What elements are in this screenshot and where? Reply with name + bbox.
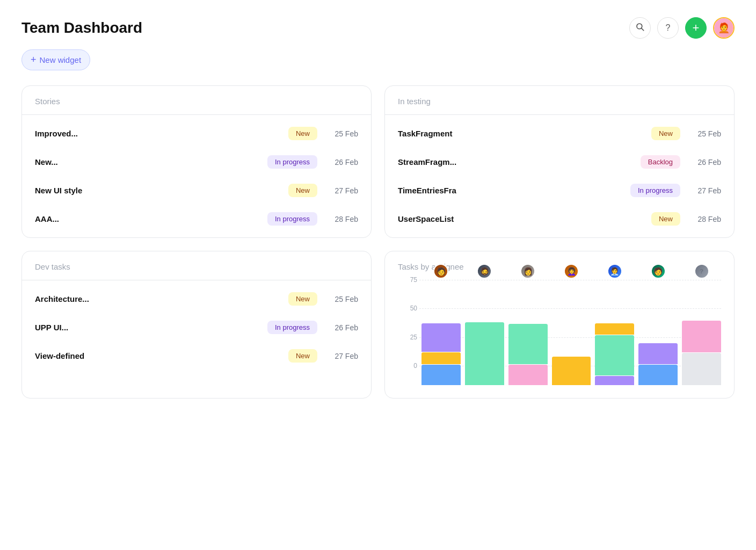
task-name: Architecture... — [35, 294, 280, 303]
chart-bar-avatar: 👩 — [520, 264, 535, 279]
table-row[interactable]: View-definedNew27 Feb — [22, 342, 371, 370]
chart-bar-segment — [595, 376, 634, 385]
chart-bar-stack — [508, 324, 548, 385]
stories-card: Stories Improved...New25 FebNew...In pro… — [21, 85, 372, 238]
help-button[interactable]: ? — [657, 17, 679, 39]
chart-area: 7550250🧑🧔👩👩‍🦱🧑‍💼🧑? — [398, 280, 721, 387]
chart-bar-avatar: 🧔 — [477, 264, 492, 279]
chart-bar-segment — [638, 343, 678, 364]
table-row[interactable]: UserSpaceListNew28 Feb — [385, 205, 734, 233]
task-date: 27 Feb — [326, 352, 358, 360]
dev-tasks-card-header: Dev tasks — [22, 251, 371, 280]
new-widget-button[interactable]: + New widget — [21, 49, 90, 70]
chart-bar-segment — [682, 321, 721, 353]
table-row[interactable]: Improved...New25 Feb — [22, 119, 371, 148]
task-date: 26 Feb — [326, 323, 358, 332]
new-widget-label: New widget — [40, 55, 82, 64]
table-row[interactable]: TimeEntriesFraIn progress27 Feb — [385, 176, 734, 205]
chart-bar-avatar: 🧑‍💼 — [607, 264, 622, 279]
task-name: UPP UI... — [35, 323, 259, 332]
chart-bar-segment — [508, 324, 548, 364]
task-badge: New — [288, 292, 317, 306]
task-date: 27 Feb — [326, 186, 358, 195]
chart-bar-stack — [421, 323, 461, 385]
chart-bar-segment — [421, 323, 461, 352]
task-name: Improved... — [35, 129, 280, 138]
task-date: 25 Feb — [326, 295, 358, 303]
in-testing-card-header: In testing — [385, 86, 734, 115]
in-testing-card-body: TaskFragmentNew25 FebStreamFragm...Backl… — [385, 115, 734, 237]
task-date: 25 Feb — [326, 129, 358, 138]
task-name: TimeEntriesFra — [398, 186, 622, 195]
user-avatar-button[interactable]: 🧑‍🦰 — [713, 17, 735, 39]
task-badge: New — [288, 349, 317, 363]
chart-bar-segment — [638, 365, 678, 385]
table-row[interactable]: UPP UI...In progress26 Feb — [22, 313, 371, 342]
chart-bar-avatar: ? — [694, 264, 709, 279]
task-name: TaskFragment — [398, 129, 643, 138]
search-icon — [635, 22, 645, 34]
chart-bar-segment — [421, 352, 461, 364]
stories-card-header: Stories — [22, 86, 371, 115]
add-button[interactable]: + — [685, 17, 707, 39]
task-badge: In progress — [267, 212, 317, 226]
dev-tasks-card-body: Architecture...New25 FebUPP UI...In prog… — [22, 280, 371, 374]
chart-y-label: 50 — [398, 305, 417, 312]
task-name: New UI style — [35, 186, 280, 195]
task-name: StreamFragm... — [398, 157, 632, 167]
task-date: 26 Feb — [326, 158, 358, 167]
help-icon: ? — [666, 23, 671, 33]
chart-bar-group: 👩 — [508, 280, 548, 385]
task-name: New... — [35, 157, 259, 167]
chart-bar-segment — [552, 357, 591, 385]
chart-bar-stack — [682, 321, 721, 385]
chart-bar-segment — [682, 353, 721, 385]
chart-bar-segment — [508, 365, 548, 385]
in-testing-card: In testing TaskFragmentNew25 FebStreamFr… — [384, 85, 735, 238]
chart-bars-container: 🧑🧔👩👩‍🦱🧑‍💼🧑? — [421, 280, 721, 387]
search-button[interactable] — [629, 17, 651, 39]
page-header: Team Dashboard ? + 🧑‍🦰 — [21, 17, 735, 39]
task-name: UserSpaceList — [398, 214, 643, 223]
plus-icon: + — [693, 21, 700, 35]
task-badge: Backlog — [641, 155, 680, 169]
table-row[interactable]: Architecture...New25 Feb — [22, 285, 371, 313]
table-row[interactable]: AAA...In progress28 Feb — [22, 205, 371, 233]
table-row[interactable]: New UI styleNew27 Feb — [22, 176, 371, 205]
chart-bar-stack — [552, 357, 591, 385]
chart-bar-group: 🧑 — [421, 280, 461, 385]
task-badge: New — [651, 212, 680, 226]
chart-bar-segment — [595, 323, 634, 335]
chart-bar-avatar: 👩‍🦱 — [564, 264, 579, 279]
chart-bar-segment — [595, 335, 634, 375]
task-badge: In progress — [267, 321, 317, 334]
chart-bar-group: 🧔 — [465, 280, 504, 385]
chart-bar-group: 🧑‍💼 — [595, 280, 634, 385]
page-title: Team Dashboard — [21, 19, 142, 37]
new-widget-plus-icon: + — [31, 54, 37, 66]
task-badge: New — [651, 127, 680, 140]
svg-line-1 — [642, 28, 644, 30]
task-date: 25 Feb — [689, 129, 721, 138]
task-badge: New — [288, 184, 317, 197]
avatar: 🧑‍🦰 — [714, 18, 733, 38]
task-name: View-defined — [35, 351, 280, 360]
task-date: 28 Feb — [689, 215, 721, 223]
chart-y-label: 75 — [398, 276, 417, 284]
chart-bar-stack — [638, 343, 678, 385]
tasks-by-assignee-card: Tasks by assignee 7550250🧑🧔👩👩‍🦱🧑‍💼🧑? — [384, 251, 735, 399]
task-badge: New — [288, 127, 317, 140]
task-badge: In progress — [267, 155, 317, 169]
header-left: Team Dashboard — [21, 19, 142, 37]
chart-bar-group: 👩‍🦱 — [552, 280, 591, 385]
table-row[interactable]: TaskFragmentNew25 Feb — [385, 119, 734, 148]
table-row[interactable]: New...In progress26 Feb — [22, 148, 371, 176]
chart-bar-group: 🧑 — [638, 280, 678, 385]
chart-bar-avatar: 🧑 — [651, 264, 666, 279]
table-row[interactable]: StreamFragm...Backlog26 Feb — [385, 148, 734, 176]
task-name: AAA... — [35, 214, 259, 223]
chart-bar-group: ? — [682, 280, 721, 385]
task-date: 28 Feb — [326, 215, 358, 223]
dev-tasks-card: Dev tasks Architecture...New25 FebUPP UI… — [21, 251, 372, 399]
header-actions: ? + 🧑‍🦰 — [629, 17, 735, 39]
